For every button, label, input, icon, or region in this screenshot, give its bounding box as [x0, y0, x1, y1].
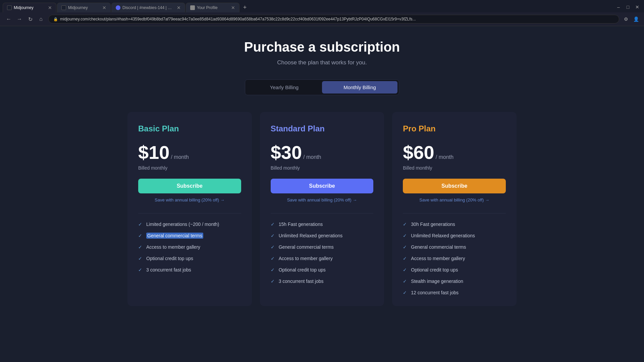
plan-period-standard: / month [303, 154, 321, 160]
check-icon: ✓ [403, 222, 407, 227]
feature-item: ✓ Optional credit top ups [271, 267, 374, 273]
nav-buttons: ← → ↻ ⌂ [4, 14, 46, 24]
subscribe-button-pro[interactable]: Subscribe [403, 179, 506, 193]
plan-card-standard: Standard Plan $30 / month Billed monthly… [260, 112, 384, 306]
home-button[interactable]: ⌂ [36, 14, 46, 24]
yearly-billing-option[interactable]: Yearly Billing [247, 81, 322, 94]
check-icon: ✓ [138, 244, 142, 250]
url-bar[interactable]: 🔒 midjourney.com/checkout/plans/#hash=43… [48, 15, 619, 23]
annual-save-link-pro[interactable]: Save with annual billing (20% off) → [403, 197, 506, 202]
feature-text: Access to member gallery [411, 256, 465, 261]
plan-price-row: $10 / month [138, 141, 241, 163]
feature-text: 3 concurrent fast jobs [279, 279, 324, 284]
annual-save-link-basic[interactable]: Save with annual billing (20% off) → [138, 197, 241, 202]
reload-button[interactable]: ↻ [25, 14, 35, 24]
billing-toggle: Yearly Billing Monthly Billing [245, 79, 399, 95]
tab-midjourney-2[interactable]: Midjourney ✕ [57, 3, 111, 12]
subscribe-button-standard[interactable]: Subscribe [271, 179, 374, 193]
feature-text: 3 concurrent fast jobs [146, 267, 191, 273]
new-tab-button[interactable]: + [240, 3, 250, 12]
tab-label-discord: Discord | #newbies-144 | Midj... [122, 5, 175, 10]
plan-price-row: $30 / month [271, 141, 374, 163]
back-button[interactable]: ← [4, 14, 13, 24]
tab-profile[interactable]: Your Profile ✕ [186, 3, 239, 12]
check-icon: ✓ [403, 256, 407, 261]
check-icon: ✓ [271, 222, 275, 227]
check-icon: ✓ [271, 233, 275, 238]
plan-name-basic: Basic Plan [138, 124, 241, 133]
feature-text: Access to member gallery [279, 256, 333, 261]
tab-close-icon[interactable]: ✕ [48, 5, 52, 10]
feature-text: Limited generations (~200 / month) [146, 222, 219, 227]
tab-bar: Midjourney ✕ Midjourney ✕ Discord | #new… [0, 0, 644, 12]
tab-close-2-icon[interactable]: ✕ [102, 5, 106, 10]
feature-item: ✓ 15h Fast generations [271, 222, 374, 227]
feature-item: ✓ General commercial terms [138, 233, 241, 238]
tab-close-profile-icon[interactable]: ✕ [231, 5, 235, 10]
feature-item: ✓ General commercial terms [271, 244, 374, 250]
feature-text: 12 concurrent fast jobs [411, 290, 459, 295]
feature-text: General commercial terms [411, 244, 466, 250]
feature-text: General commercial terms [146, 233, 203, 238]
feature-item: ✓ 12 concurrent fast jobs [403, 290, 506, 295]
plan-billing-note-standard: Billed monthly [271, 165, 374, 171]
check-icon: ✓ [403, 290, 407, 295]
feature-text: 15h Fast generations [279, 222, 323, 227]
feature-text: Access to member gallery [146, 244, 200, 250]
feature-item: ✓ Stealth image generation [403, 279, 506, 284]
check-icon: ✓ [403, 267, 407, 273]
feature-item: ✓ Unlimited Relaxed generations [403, 233, 506, 238]
plan-price-row: $60 / month [403, 141, 506, 163]
annual-save-link-standard[interactable]: Save with annual billing (20% off) → [271, 197, 374, 202]
plan-price-basic: $10 [138, 141, 169, 163]
feature-text: Unlimited Relaxed generations [411, 233, 475, 238]
plan-price-pro: $60 [403, 141, 434, 163]
plans-grid: Basic Plan $10 / month Billed monthly Su… [127, 112, 517, 306]
page-content: Purchase a subscription Choose the plan … [121, 26, 523, 326]
feature-item: ✓ General commercial terms [403, 244, 506, 250]
feature-item: ✓ Access to member gallery [138, 244, 241, 250]
plan-price-standard: $30 [271, 141, 302, 163]
window-close-icon[interactable]: ✕ [633, 3, 641, 11]
tab-close-discord-icon[interactable]: ✕ [177, 5, 181, 10]
minimize-icon[interactable]: – [614, 3, 623, 11]
feature-item: ✓ 30h Fast generations [403, 222, 506, 227]
feature-item: ✓ Unlimited Relaxed generations [271, 233, 374, 238]
features-list-pro: ✓ 30h Fast generations ✓ Unlimited Relax… [403, 222, 506, 295]
feature-text: Optional credit top ups [146, 256, 193, 261]
monthly-billing-option[interactable]: Monthly Billing [322, 81, 397, 94]
maximize-icon[interactable]: □ [624, 3, 632, 11]
page-title: Purchase a subscription [127, 40, 517, 55]
tab-discord[interactable]: Discord | #newbies-144 | Midj... ✕ [111, 3, 185, 12]
feature-item: ✓ Access to member gallery [403, 256, 506, 261]
plan-billing-note-basic: Billed monthly [138, 165, 241, 171]
plan-billing-note-pro: Billed monthly [403, 165, 506, 171]
feature-item: ✓ Optional credit top ups [138, 256, 241, 261]
check-icon: ✓ [271, 279, 275, 284]
tab-favicon [7, 5, 12, 10]
check-icon: ✓ [403, 233, 407, 238]
tab-midjourney-1[interactable]: Midjourney ✕ [3, 3, 56, 12]
feature-text: Optional credit top ups [279, 267, 326, 273]
check-icon: ✓ [138, 267, 142, 273]
feature-item: ✓ Limited generations (~200 / month) [138, 222, 241, 227]
feature-text: 30h Fast generations [411, 222, 455, 227]
plan-period-basic: / month [171, 154, 189, 160]
feature-item: ✓ Access to member gallery [271, 256, 374, 261]
browser-toolbar-icons: ⚙ 👤 [622, 15, 640, 23]
extensions-icon[interactable]: ⚙ [622, 15, 630, 23]
features-list-basic: ✓ Limited generations (~200 / month) ✓ G… [138, 222, 241, 273]
feature-text: Stealth image generation [411, 279, 463, 284]
check-icon: ✓ [403, 244, 407, 250]
check-icon: ✓ [138, 222, 142, 227]
profile-icon[interactable]: 👤 [632, 15, 640, 23]
address-bar: ← → ↻ ⌂ 🔒 midjourney.com/checkout/plans/… [0, 12, 644, 26]
url-text: midjourney.com/checkout/plans/#hash=4359… [60, 17, 614, 21]
check-icon: ✓ [138, 233, 142, 238]
subscribe-button-basic[interactable]: Subscribe [138, 179, 241, 193]
plan-name-pro: Pro Plan [403, 124, 506, 133]
plan-name-standard: Standard Plan [271, 124, 374, 133]
forward-button[interactable]: → [15, 14, 24, 24]
feature-text: Optional credit top ups [411, 267, 458, 273]
check-icon: ✓ [271, 267, 275, 273]
